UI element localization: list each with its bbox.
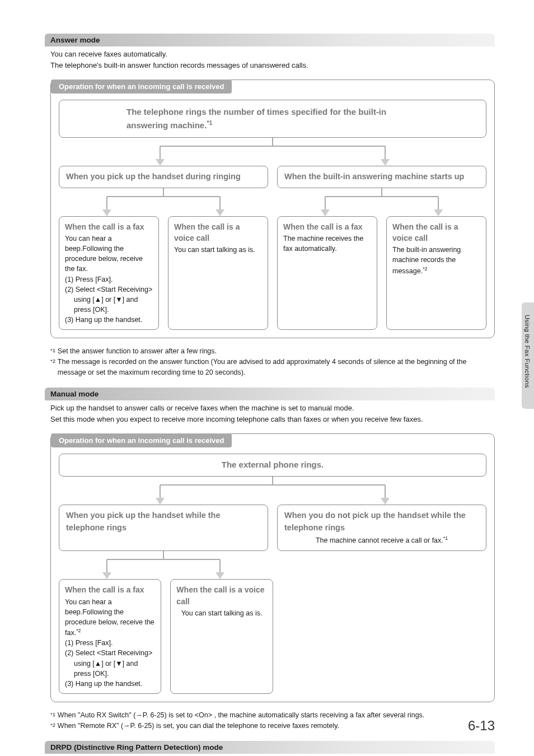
m-leaf2-body: You can start talking as is. <box>176 608 266 618</box>
m-leaf1-sup: *2 <box>76 628 81 633</box>
m-fn1a: When "Auto RX Switch" ( <box>58 711 135 719</box>
answer-op-label: Operation for when an incoming call is r… <box>51 80 232 94</box>
answer-top-sup: *1 <box>207 119 212 126</box>
answer-top-text: The telephone rings the number of times … <box>127 107 386 130</box>
manual-split1 <box>59 477 486 505</box>
manual-fn1: *1 When "Auto RX Switch" (→P. 6-25) is s… <box>50 710 489 721</box>
manual-footnotes: *1 When "Auto RX Switch" (→P. 6-25) is s… <box>45 708 495 734</box>
manual-top-box: The external phone rings. <box>59 454 486 477</box>
answer-split1 <box>59 138 486 166</box>
m-leaf2-title: When the call is a voice call <box>176 584 266 607</box>
drpd-body: This mode assigns distinctive ring patte… <box>45 754 495 756</box>
answer-leaf3: When the call is a fax The machine recei… <box>277 216 377 330</box>
leaf1-s1: (1) Press [Fax]. <box>65 274 153 284</box>
leaf2-body: You can start talking as is. <box>174 245 262 255</box>
answer-footnotes: *1 Set the answer function to answer aft… <box>45 344 495 380</box>
manual-intro: Pick up the handset to answer calls or r… <box>45 400 495 430</box>
fn2-text: The message is recorded on the answer fu… <box>58 357 489 378</box>
manual-right-sub-sup: *1 <box>443 535 448 541</box>
manual-right-sub-text: The machine cannot receive a call or fax… <box>316 537 443 545</box>
answer-fn2: *2 The message is recorded on the answer… <box>50 357 489 378</box>
m-leaf1-s3: (3) Hang up the handset. <box>65 679 155 689</box>
answer-intro: You can receive faxes automatically. The… <box>45 46 495 76</box>
m-fn2a: When "Remote RX" ( <box>58 722 123 730</box>
answer-leaf4: When the call is a voice call The built-… <box>386 216 486 330</box>
manual-op-label: Operation for when an incoming call is r… <box>51 433 232 447</box>
manual-leaf1: When the call is a fax You can hear a be… <box>59 579 161 694</box>
answer-row-branches: When you pick up the handset during ring… <box>59 166 486 188</box>
leaf3-body: The machine receives the fax automatical… <box>283 234 371 254</box>
manual-split-right-empty <box>277 551 486 579</box>
leaf1-s2: (2) Select <Start Receiving> using [▲] o… <box>65 284 153 315</box>
manual-right-branch: When you do not pick up the handset whil… <box>277 505 486 551</box>
answer-leaf1: When the call is a fax You can hear a be… <box>59 216 159 330</box>
page-number: 6-13 <box>468 718 495 734</box>
split-left <box>59 188 268 216</box>
manual-left-branch: When you pick up the handset while the t… <box>59 505 268 551</box>
leaf4-sup: *2 <box>423 266 427 272</box>
m-leaf1-s1: (1) Press [Fax]. <box>65 638 155 648</box>
answer-left-branch: When you pick up the handset during ring… <box>59 166 268 188</box>
m-leaf1-body: You can hear a beep.Following the proced… <box>65 597 155 638</box>
manual-leaf2: When the call is a voice call You can st… <box>170 579 273 694</box>
leaf4-body: The built-in answering machine records t… <box>392 245 480 276</box>
manual-split2-row <box>59 551 486 579</box>
manual-right-sub: The machine cannot receive a call or fax… <box>284 535 479 546</box>
leaf4-title: When the call is a voice call <box>392 221 480 244</box>
leaf1-title: When the call is a fax <box>65 221 153 232</box>
answer-flow: Operation for when an incoming call is r… <box>50 80 495 338</box>
leaf1-body: You can hear a beep.Following the proced… <box>65 234 153 274</box>
answer-intro-line2: The telephone's built-in answer function… <box>50 60 489 71</box>
manual-right-title: When you do not pick up the handset whil… <box>284 511 466 532</box>
answer-top-box: The telephone rings the number of times … <box>59 100 486 138</box>
side-tab: Using the Fax Functions <box>522 302 534 409</box>
m-leaf1-s2: (2) Select <Start Receiving> using [▲] o… <box>65 648 155 678</box>
manual-intro-line1: Pick up the handset to answer calls or r… <box>50 403 489 414</box>
answer-fn1: *1 Set the answer function to answer aft… <box>50 346 489 357</box>
answer-leaves: When the call is a fax You can hear a be… <box>59 216 486 330</box>
section-header-drpd: DRPD (Distinctive Ring Pattern Detection… <box>45 741 495 754</box>
side-tab-label: Using the Fax Functions <box>524 315 531 388</box>
manual-fn2: *2 When "Remote RX" (→P. 6-25) is set, y… <box>50 721 489 731</box>
m-fn2-text: When "Remote RX" (→P. 6-25) is set, you … <box>58 721 339 731</box>
manual-leaves: When the call is a fax You can hear a be… <box>59 579 486 694</box>
fn1-marker: *1 <box>50 348 55 353</box>
section-header-answer: Answer mode <box>45 34 495 46</box>
split-right <box>277 188 486 216</box>
leaf3-title: When the call is a fax <box>283 221 371 232</box>
leaf2-title: When the call is a voice call <box>174 221 262 244</box>
answer-intro-line1: You can receive faxes automatically. <box>50 49 489 60</box>
m-leaf1-title: When the call is a fax <box>65 584 155 595</box>
manual-flow: Operation for when an incoming call is r… <box>50 433 495 702</box>
manual-intro-line2: Set this mode when you expect to receive… <box>50 414 489 425</box>
fn2-marker: *2 <box>50 358 55 364</box>
m-fn2b: P. 6-25) is set, you can dial the teleph… <box>130 722 339 730</box>
answer-right-branch: When the built-in answering machine star… <box>277 166 486 188</box>
m-fn1b: P. 6-25) is set to <On> , the machine au… <box>143 711 424 719</box>
section-header-manual: Manual mode <box>45 388 495 400</box>
m-fn1-marker: *1 <box>50 712 55 717</box>
fn1-text: Set the answer function to answer after … <box>58 346 217 357</box>
answer-leaf2: When the call is a voice call You can st… <box>168 216 268 330</box>
manual-split-left <box>59 551 268 579</box>
manual-leaf-spacer <box>282 579 486 694</box>
leaf1-s3: (3) Hang up the handset. <box>65 315 153 325</box>
m-fn2-marker: *2 <box>50 722 55 728</box>
manual-branches: When you pick up the handset while the t… <box>59 505 486 551</box>
answer-split2-row <box>59 188 486 216</box>
m-fn1-text: When "Auto RX Switch" (→P. 6-25) is set … <box>58 710 424 721</box>
